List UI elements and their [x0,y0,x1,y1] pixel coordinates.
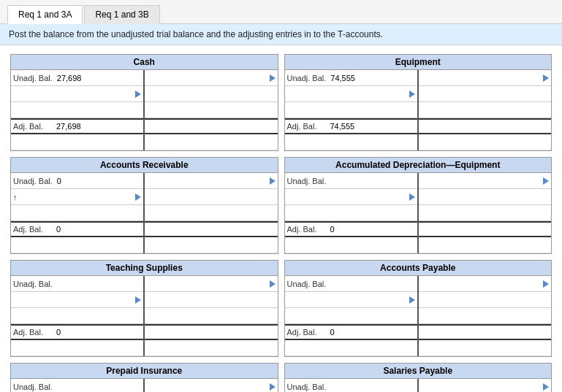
tab-req1-3b[interactable]: Req 1 and 3B [84,5,159,24]
t-account-accounts-payable: Accounts PayableUnadj. Bal.Adj. Bal.0 [284,260,552,357]
arrow-right-icon [135,296,141,304]
balance-row-right-cash [145,118,277,134]
right-row-1 [145,189,277,205]
t-account-prepaid-insurance: Prepaid InsuranceUnadj. Bal.Adj. Bal. [10,363,278,392]
right-row-2 [145,308,277,324]
left-row-1 [285,189,417,205]
right-row-0 [419,379,551,392]
t-account-left-prepaid-insurance: Unadj. Bal.Adj. Bal. [11,379,145,392]
t-account-right-cash [145,70,277,150]
t-account-header-teaching-supplies: Teaching Supplies [11,261,278,276]
left-row-0: Unadj. Bal. [285,276,417,292]
row-label: Unadj. Bal. [287,177,328,185]
balance-row-left-accounts-receivable: Adj. Bal.0 [11,221,143,237]
tabs-bar: Req 1 and 3A Req 1 and 3B [0,0,562,24]
arrow-right-icon [543,280,549,288]
left-row-2 [11,205,143,221]
t-account-left-cash: Unadj. Bal.27,698Adj. Bal.27,698 [11,70,145,150]
right-row-0 [419,173,551,189]
arrow-right-icon [270,280,276,288]
left-row-1: ↑ [11,189,143,205]
t-account-header-accumulated-depreciation-equipment: Accumulated Depreciation—Equipment [285,158,552,173]
balance-row-left-teaching-supplies: Adj. Bal.0 [11,324,143,340]
left-row-0: Unadj. Bal. [11,276,143,292]
t-account-right-accounts-payable [419,276,551,356]
t-account-left-accounts-payable: Unadj. Bal.Adj. Bal.0 [285,276,419,356]
row-label: Unadj. Bal. [287,383,328,391]
left-row-0: Unadj. Bal. [285,173,417,189]
t-account-cash: CashUnadj. Bal.27,698Adj. Bal.27,698 [10,54,278,151]
balance-row-right-equipment [419,118,551,134]
left-row-2 [285,102,417,118]
left-row-0: Unadj. Bal.0 [11,173,143,189]
left-row-0: Unadj. Bal. [11,379,143,392]
arrow-right-icon [409,91,415,98]
t-account-left-teaching-supplies: Unadj. Bal.Adj. Bal.0 [11,276,145,356]
balance-row-left-cash: Adj. Bal.27,698 [11,118,143,134]
left-row-1 [285,86,417,102]
arrow-right-icon [270,383,276,391]
left-row-2 [11,308,143,324]
left-row-2 [285,308,417,324]
t-account-right-accounts-receivable [145,173,277,253]
row-label: Unadj. Bal. [13,177,54,185]
arrow-right-icon [135,193,141,201]
row-label: Unadj. Bal. [13,280,54,288]
balance-row-right-teaching-supplies [145,324,277,340]
t-account-accumulated-depreciation-equipment: Accumulated Depreciation—EquipmentUnadj.… [284,157,552,254]
right-row-0 [145,173,277,189]
left-row-0: Unadj. Bal.74,555 [285,70,417,86]
t-account-left-accounts-receivable: Unadj. Bal.0↑Adj. Bal.0 [11,173,145,253]
row-label: Unadj. Bal. [287,74,328,82]
arrow-right-icon [270,177,276,185]
left-row-0: Unadj. Bal. [285,379,417,392]
arrow-right-icon [543,74,549,82]
row-value: 27,698 [54,74,141,82]
arrow-right-icon [543,383,549,391]
right-row-1 [419,86,551,102]
balance-row-left-accumulated-depreciation-equipment: Adj. Bal.0 [285,221,417,237]
right-row-0 [145,70,277,86]
t-account-header-cash: Cash [11,55,278,70]
right-row-2 [419,308,551,324]
right-row-0 [419,276,551,292]
t-account-right-teaching-supplies [145,276,277,356]
t-account-header-prepaid-insurance: Prepaid Insurance [11,364,278,379]
balance-row-right-accounts-receivable [145,221,277,237]
right-row-2 [419,102,551,118]
balance-row-right-accumulated-depreciation-equipment [419,221,551,237]
t-account-header-salaries-payable: Salaries Payable [285,364,552,379]
left-row-2 [285,205,417,221]
t-account-header-equipment: Equipment [285,55,552,70]
arrow-right-icon [409,193,415,201]
t-account-right-prepaid-insurance [145,379,277,392]
t-account-right-salaries-payable [419,379,551,392]
balance-row-right-accounts-payable [419,324,551,340]
balance-row-left-equipment: Adj. Bal.74,555 [285,118,417,134]
row-value: 0 [54,177,141,185]
arrow-right-icon [270,74,276,82]
left-row-1 [11,292,143,308]
right-row-1 [145,86,277,102]
left-row-1 [285,292,417,308]
t-account-right-accumulated-depreciation-equipment [419,173,551,253]
left-row-2 [11,102,143,118]
arrow-right-icon [409,296,415,304]
arrow-right-icon [135,91,141,98]
t-account-header-accounts-payable: Accounts Payable [285,261,552,276]
tab-req1-3a[interactable]: Req 1 and 3A [7,5,83,24]
t-account-salaries-payable: Salaries PayableUnadj. Bal.Adj. Bal. [284,363,552,392]
right-row-0 [145,276,277,292]
row-value: 74,555 [327,74,414,82]
row-label: ↑ [13,193,53,201]
instruction-text: Post the balance from the unadjusted tri… [0,24,562,45]
right-row-0 [419,70,551,86]
t-account-header-accounts-receivable: Accounts Receivable [11,158,278,173]
left-row-1 [11,86,143,102]
right-row-2 [419,205,551,221]
right-row-2 [145,205,277,221]
right-row-1 [419,189,551,205]
arrow-right-icon [543,177,549,185]
t-account-teaching-supplies: Teaching SuppliesUnadj. Bal.Adj. Bal.0 [10,260,278,357]
t-account-right-equipment [419,70,551,150]
